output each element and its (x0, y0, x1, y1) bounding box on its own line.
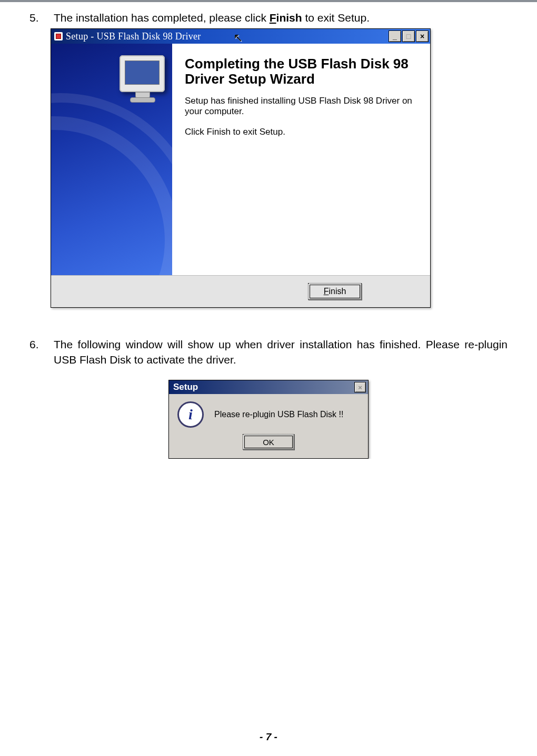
messagebox-close-button[interactable]: × (354, 382, 366, 392)
finish-button[interactable]: Finish (308, 283, 362, 300)
wizard-heading: Completing the USB Flash Disk 98 Driver … (185, 56, 420, 87)
ok-button[interactable]: OK (243, 434, 294, 450)
window-control-buttons: _ □ × (389, 31, 429, 42)
wizard-main-panel: Completing the USB Flash Disk 98 Driver … (172, 44, 430, 275)
wizard-monitor-base (130, 97, 155, 103)
minimize-button[interactable]: _ (389, 31, 401, 42)
wizard-paragraph-2: Click Finish to exit Setup. (185, 127, 420, 138)
wizard-body: Completing the USB Flash Disk 98 Driver … (51, 44, 430, 275)
step-5: 5. The installation has completed, pleas… (29, 11, 508, 25)
step-6-number: 6. (29, 337, 54, 352)
step-5-finish-u: F (270, 12, 276, 24)
wizard-footer: Finish (51, 275, 430, 307)
messagebox-body: i Please re-plugin USB Flash Disk !! (169, 394, 368, 433)
wizard-app-icon (54, 32, 63, 41)
messagebox-titlebar[interactable]: Setup × (169, 380, 368, 394)
messagebox-title-text: Setup (173, 382, 198, 392)
step-5-text-before: The installation has completed, please c… (54, 12, 270, 24)
mouse-cursor-icon: ↖ (233, 31, 243, 45)
step-6-text: The following window will show up when d… (54, 337, 508, 367)
wizard-paragraph-1: Setup has finished installing USB Flash … (185, 96, 420, 117)
document-page: 5. The installation has completed, pleas… (0, 2, 537, 459)
close-button[interactable]: × (416, 31, 429, 42)
wizard-monitor-icon (120, 55, 165, 92)
step-6: 6. The following window will show up whe… (29, 337, 508, 367)
wizard-titlebar[interactable]: Setup - USB Flash Disk 98 Driver ↖ _ □ × (51, 29, 430, 44)
finish-button-u: F (324, 287, 329, 296)
step-5-text-after: to exit Setup. (302, 12, 370, 24)
wizard-title-text: Setup - USB Flash Disk 98 Driver (66, 31, 201, 42)
maximize-button[interactable]: □ (402, 31, 415, 42)
finish-button-rest: inish (329, 287, 346, 296)
setup-messagebox: Setup × i Please re-plugin USB Flash Dis… (168, 380, 369, 459)
messagebox-footer: OK (169, 433, 368, 458)
messagebox-text: Please re-plugin USB Flash Disk !! (214, 410, 343, 419)
wizard-arc-graphic-2 (51, 93, 172, 275)
step-5-finish-rest: inish (276, 12, 302, 24)
info-icon: i (177, 401, 204, 428)
step-5-number: 5. (29, 11, 54, 25)
wizard-side-graphic (51, 44, 172, 275)
step-5-text: The installation has completed, please c… (54, 11, 508, 25)
setup-wizard-window: Setup - USB Flash Disk 98 Driver ↖ _ □ × (51, 28, 431, 308)
